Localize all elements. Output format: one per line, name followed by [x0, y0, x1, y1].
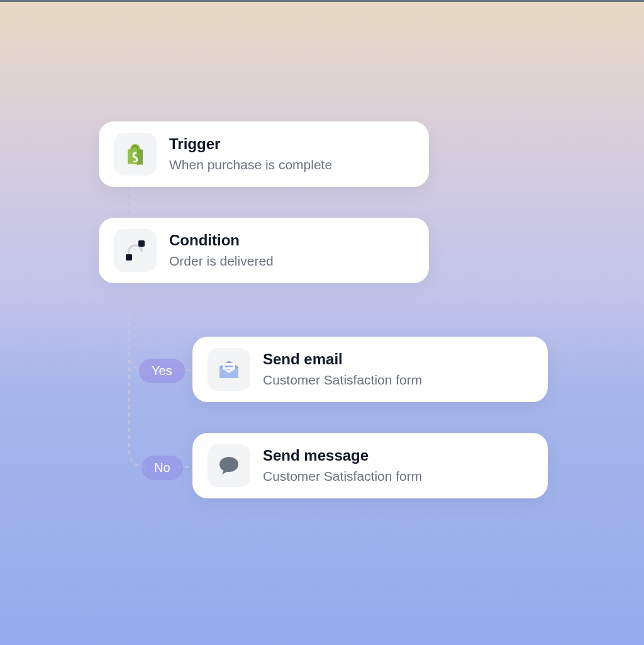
- card-title: Send message: [263, 447, 422, 465]
- svg-rect-6: [225, 366, 233, 367]
- branch-icon: [114, 229, 157, 272]
- card-subtitle: When purchase is complete: [169, 156, 332, 173]
- workflow-node-send-email[interactable]: Send email Customer Satisfaction form: [192, 337, 548, 402]
- card-subtitle: Order is delivered: [169, 252, 274, 269]
- svg-rect-4: [138, 240, 145, 247]
- message-icon: [208, 444, 250, 487]
- pill-text: No: [154, 461, 170, 475]
- shopify-icon: [114, 133, 157, 176]
- card-text: Send email Customer Satisfaction form: [263, 351, 422, 388]
- card-subtitle: Customer Satisfaction form: [263, 371, 422, 388]
- card-subtitle: Customer Satisfaction form: [263, 468, 422, 485]
- branch-label-no: No: [142, 456, 183, 480]
- card-text: Condition Order is delivered: [169, 232, 274, 269]
- svg-point-8: [219, 457, 238, 472]
- branch-label-yes: Yes: [139, 359, 185, 383]
- svg-rect-3: [126, 254, 132, 261]
- workflow-node-send-message[interactable]: Send message Customer Satisfaction form: [192, 433, 548, 498]
- card-title: Trigger: [169, 135, 332, 154]
- workflow-node-condition[interactable]: Condition Order is delivered: [99, 218, 429, 283]
- card-text: Trigger When purchase is complete: [169, 135, 332, 173]
- svg-rect-7: [225, 369, 231, 371]
- connector-lines: [0, 0, 644, 645]
- pill-text: Yes: [152, 364, 172, 378]
- workflow-node-trigger[interactable]: Trigger When purchase is complete: [99, 121, 429, 187]
- workflow-diagram: Trigger When purchase is complete Condit…: [0, 0, 644, 645]
- card-title: Send email: [263, 351, 422, 369]
- email-icon: [208, 348, 250, 391]
- card-text: Send message Customer Satisfaction form: [263, 447, 422, 485]
- card-title: Condition: [169, 232, 274, 250]
